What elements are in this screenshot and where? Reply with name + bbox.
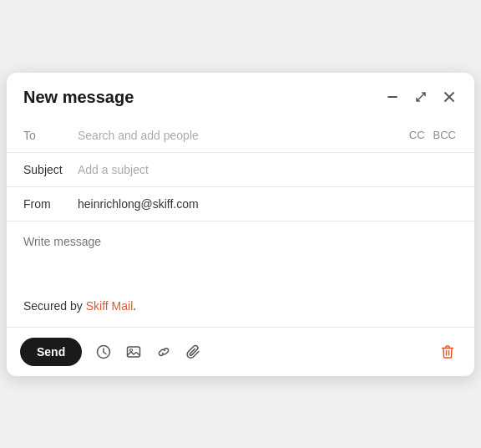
to-label: To xyxy=(23,129,69,142)
delete-button[interactable] xyxy=(434,339,461,365)
compose-title: New message xyxy=(23,88,134,107)
cc-bcc-buttons: CC BCC xyxy=(408,129,458,141)
subject-field-row: Subject xyxy=(7,153,474,187)
compose-header: New message xyxy=(7,73,474,119)
svg-point-5 xyxy=(130,349,133,351)
svg-rect-4 xyxy=(128,347,140,357)
link-button[interactable] xyxy=(150,339,177,365)
secured-prefix: Secured by xyxy=(23,299,86,313)
from-field-row: From heinrichlong@skiff.com xyxy=(7,187,474,221)
compose-window: New message To CC xyxy=(7,73,474,376)
schedule-button[interactable] xyxy=(90,339,117,365)
expand-button[interactable] xyxy=(413,89,429,105)
minimize-button[interactable] xyxy=(384,89,401,105)
image-button[interactable] xyxy=(120,339,147,365)
to-input[interactable] xyxy=(78,129,399,142)
header-actions xyxy=(384,89,458,105)
from-email: heinrichlong@skiff.com xyxy=(78,197,199,211)
message-area xyxy=(7,221,474,292)
subject-label: Subject xyxy=(23,163,69,176)
secured-text: Secured by Skiff Mail. xyxy=(23,299,136,313)
secured-suffix: . xyxy=(133,299,136,313)
close-button[interactable] xyxy=(441,89,458,105)
compose-toolbar: Send xyxy=(7,327,474,376)
message-input[interactable] xyxy=(23,235,458,275)
send-button[interactable]: Send xyxy=(20,338,82,366)
to-field-row: To CC BCC xyxy=(7,119,474,153)
skiff-mail-link[interactable]: Skiff Mail xyxy=(86,299,134,313)
subject-input[interactable] xyxy=(78,163,458,176)
from-label: From xyxy=(23,197,69,211)
bcc-button[interactable]: BCC xyxy=(432,129,458,141)
cc-button[interactable]: CC xyxy=(408,129,427,141)
secured-row: Secured by Skiff Mail. xyxy=(7,292,474,327)
attachment-button[interactable] xyxy=(180,339,207,365)
